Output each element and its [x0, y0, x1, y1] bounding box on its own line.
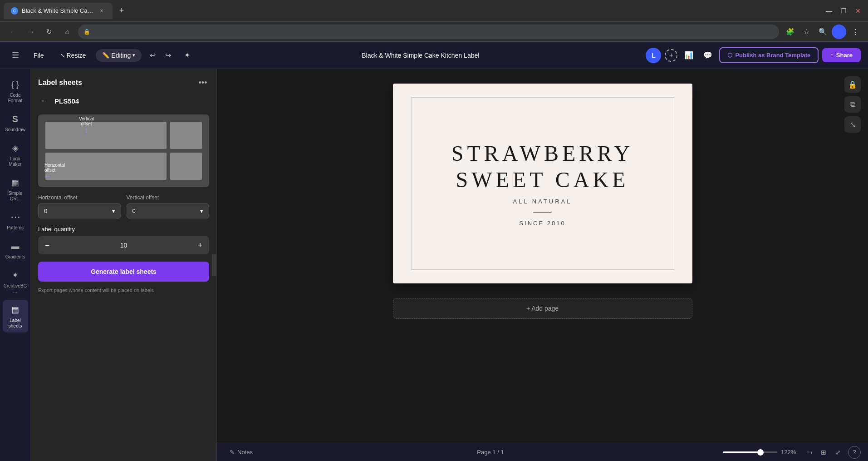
logo-maker-label: Logo Maker [5, 156, 26, 167]
sidebar-item-gradients[interactable]: ▬ Gradients [3, 236, 28, 263]
zoom-slider[interactable] [723, 451, 777, 453]
bottom-bar: ✎ Notes Page 1 / 1 122% ▭ ⊞ ⤢ ? [217, 443, 868, 461]
user-avatar[interactable]: L [646, 48, 661, 63]
restore-button[interactable]: ❐ [837, 5, 850, 17]
undo-button[interactable]: ↩ [145, 48, 160, 63]
lock-tool-button[interactable]: 🔒 [844, 76, 861, 93]
generate-label-sheets-button[interactable]: Generate label sheets [38, 262, 209, 282]
canvas-area: 🔒 ⧉ ⤡ STRAWBERRY SWEET CAKE ALL NATURAL [217, 69, 868, 461]
panel-header: Label sheets ••• [31, 69, 216, 94]
comment-button[interactable]: 💬 [700, 48, 716, 63]
sidebar-item-soundraw[interactable]: S Soundraw [3, 109, 28, 136]
window-controls: — ❐ ✕ [823, 5, 864, 17]
single-view-button[interactable]: ▭ [803, 446, 815, 459]
sidebar-item-logo-maker[interactable]: ◈ Logo Maker [3, 138, 28, 171]
collapse-panel-button[interactable]: ‹ [212, 254, 217, 276]
design-divider [533, 212, 551, 213]
help-button[interactable]: ? [848, 446, 861, 459]
v-offset-value: 0 [132, 208, 136, 214]
sidebar-item-code-format[interactable]: { } Code Format [3, 74, 28, 107]
minimize-button[interactable]: — [823, 5, 835, 17]
sidebar-item-patterns[interactable]: ⋯ Patterns [3, 207, 28, 234]
canvas-scroll[interactable]: STRAWBERRY SWEET CAKE ALL NATURAL SINCE … [217, 69, 868, 461]
search-labs-button[interactable]: 🔍 [815, 25, 830, 39]
magic-button[interactable]: ✦ [179, 47, 195, 64]
back-nav-button[interactable]: ← [5, 25, 20, 39]
sidebar-item-label-sheets[interactable]: ▤ Label sheets [3, 300, 28, 332]
security-icon: 🔒 [83, 29, 90, 35]
v-offset-select[interactable]: 0 ▾ [127, 203, 210, 218]
sidebar-item-creativebg[interactable]: ✦ CreativeBG ... [3, 265, 28, 298]
copy-tool-button[interactable]: ⧉ [844, 96, 861, 113]
panel-more-button[interactable]: ••• [196, 76, 209, 89]
more-tools-button[interactable]: ⋮ [848, 25, 863, 39]
view-buttons: ▭ ⊞ ⤢ [803, 446, 844, 459]
v-offset-label-text: Vertical offset [127, 194, 210, 201]
decrement-button[interactable]: − [38, 236, 56, 254]
bookmark-button[interactable]: ☆ [799, 25, 814, 39]
design-title-line1: STRAWBERRY [451, 141, 634, 165]
tab-title: Black & White Simple Cake Kit... [22, 7, 94, 14]
notes-button[interactable]: ✎ Notes [224, 447, 258, 457]
grid-view-button[interactable]: ⊞ [817, 446, 830, 459]
publish-icon: ⬡ [727, 52, 732, 59]
stats-button[interactable]: 📊 [681, 48, 696, 63]
home-button[interactable]: ⌂ [60, 25, 74, 39]
address-bar-row: ← → ↻ ⌂ 🔒 canva.com/design/DAGfsKz24yQ/J… [0, 22, 868, 42]
resize-icon: ⤡ [60, 52, 65, 59]
file-menu-button[interactable]: File [27, 49, 50, 62]
tab-favicon: C [11, 7, 18, 15]
h-offset-value: 0 [44, 208, 47, 214]
publish-brand-template-button[interactable]: ⬡ Publish as Brand Template [719, 47, 819, 63]
fullscreen-button[interactable]: ⤢ [832, 446, 844, 459]
close-button[interactable]: ✕ [852, 5, 864, 17]
profile-button[interactable] [832, 25, 846, 39]
zoom-percentage: 122% [781, 449, 799, 456]
simple-qr-label: Simple QR... [5, 191, 26, 202]
app-toolbar: ☰ File ⤡ Resize ✏️ Editing ▾ ↩ ↪ ✦ Black… [0, 42, 868, 69]
qr-icon: ▦ [9, 176, 22, 189]
active-tab[interactable]: C Black & White Simple Cake Kit... × [4, 3, 113, 19]
h-offset-select[interactable]: 0 ▾ [38, 203, 121, 218]
expand-tool-button[interactable]: ⤡ [844, 116, 861, 133]
sidebar-item-simple-qr[interactable]: ▦ Simple QR... [3, 173, 28, 205]
reload-button[interactable]: ↻ [42, 25, 56, 39]
main-area: { } Code Format S Soundraw ◈ Logo Maker … [0, 69, 868, 461]
quantity-value: 10 [56, 242, 191, 249]
notes-icon: ✎ [230, 449, 235, 456]
redo-button[interactable]: ↪ [161, 48, 175, 63]
url-input[interactable]: canva.com/design/DAGfsKz24yQ/JJIQHqOrAbd… [93, 29, 774, 35]
editing-mode-button[interactable]: ✏️ Editing ▾ [96, 49, 142, 62]
undo-redo-controls: ↩ ↪ [145, 48, 175, 63]
vertical-offset-group: Vertical offset 0 ▾ [127, 194, 210, 218]
back-button[interactable]: ← [38, 94, 51, 107]
patterns-label: Patterns [7, 225, 24, 231]
v-offset-label: Vertical offset [79, 116, 94, 126]
label-sheets-panel: Label sheets ••• ← PLS504 Vertical offse… [31, 69, 217, 461]
quantity-stepper: − 10 + [38, 236, 209, 254]
toolbar-right: L + 📊 💬 ⬡ Publish as Brand Template ↑ Sh… [646, 47, 861, 63]
resize-button[interactable]: ⤡ Resize [54, 49, 93, 62]
quantity-label: Label quantity [38, 226, 209, 233]
document-title: Black & White Simple Cake Kitchen Label [199, 52, 642, 59]
horizontal-offset-group: Horizontal offset 0 ▾ [38, 194, 121, 218]
forward-nav-button[interactable]: → [24, 25, 38, 39]
add-page-bar[interactable]: + Add page [393, 298, 692, 319]
new-tab-button[interactable]: + [115, 5, 128, 17]
add-collaborator-button[interactable]: + [665, 49, 677, 62]
export-note: Export pages whose content will be place… [31, 287, 216, 294]
tab-close-button[interactable]: × [98, 7, 105, 15]
increment-button[interactable]: + [191, 236, 209, 254]
extensions-button[interactable]: 🧩 [783, 25, 797, 39]
hamburger-menu-button[interactable]: ☰ [7, 47, 24, 64]
preview-cell-top-left [45, 122, 167, 149]
share-button[interactable]: ↑ Share [822, 48, 861, 62]
creativebg-label: CreativeBG ... [4, 283, 27, 294]
publish-label: Publish as Brand Template [735, 52, 810, 59]
horizontal-offset-annotation: Horizontal offset ↔ [44, 163, 65, 180]
page-info: Page 1 / 1 [477, 449, 504, 456]
design-main-text: STRAWBERRY SWEET CAKE [451, 140, 634, 193]
quantity-section: Label quantity − 10 + [31, 226, 216, 262]
gradients-label: Gradients [5, 254, 25, 260]
address-bar[interactable]: 🔒 canva.com/design/DAGfsKz24yQ/JJIQHqOrA… [78, 25, 779, 39]
